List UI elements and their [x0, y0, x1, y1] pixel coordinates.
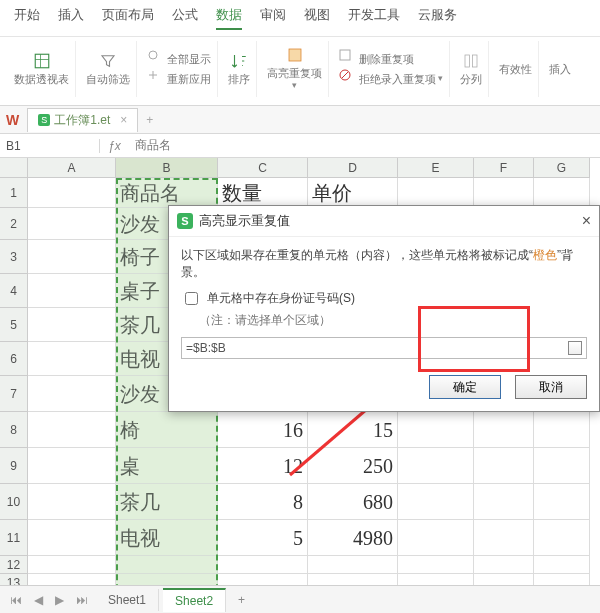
menu-review[interactable]: 审阅 [260, 6, 286, 30]
cell[interactable] [28, 376, 116, 412]
cell[interactable] [534, 178, 590, 208]
row-header[interactable]: 10 [0, 484, 28, 520]
row-header[interactable]: 5 [0, 308, 28, 342]
col-header-E[interactable]: E [398, 158, 474, 178]
row-header[interactable]: 6 [0, 342, 28, 376]
ins-button[interactable]: 插入 [543, 41, 577, 97]
cell[interactable] [398, 448, 474, 484]
sheet-nav-first[interactable]: ⏮ [6, 593, 26, 607]
sheet-nav-prev[interactable]: ◀ [30, 593, 47, 607]
cell[interactable] [28, 484, 116, 520]
row-header[interactable]: 12 [0, 556, 28, 574]
autofilter-button[interactable]: 自动筛选 [80, 41, 137, 97]
sheet-nav-last[interactable]: ⏭ [72, 593, 92, 607]
split-button[interactable]: 分列 [454, 41, 489, 97]
cell[interactable] [28, 556, 116, 574]
close-tab-icon[interactable]: × [120, 113, 127, 127]
cell[interactable]: 商品名 [116, 178, 218, 208]
reapply-button[interactable]: 重新应用 [147, 69, 211, 89]
highlight-dup-button[interactable]: 高亮重复项▾ [261, 41, 329, 97]
cell[interactable] [28, 412, 116, 448]
cell[interactable] [398, 178, 474, 208]
row-header[interactable]: 9 [0, 448, 28, 484]
menu-start[interactable]: 开始 [14, 6, 40, 30]
cell[interactable]: 桌 [116, 448, 218, 484]
sort-button[interactable]: 排序 [222, 41, 257, 97]
ok-button[interactable]: 确定 [429, 375, 501, 399]
cell[interactable]: 16 [218, 412, 308, 448]
cell[interactable]: 5 [218, 520, 308, 556]
cell[interactable] [28, 240, 116, 274]
cell[interactable] [398, 412, 474, 448]
menu-layout[interactable]: 页面布局 [102, 6, 154, 30]
menu-cloud[interactable]: 云服务 [418, 6, 457, 30]
cell[interactable]: 电视 [116, 520, 218, 556]
row-header[interactable]: 3 [0, 240, 28, 274]
menu-dev[interactable]: 开发工具 [348, 6, 400, 30]
cell[interactable] [474, 448, 534, 484]
cell[interactable]: 680 [308, 484, 398, 520]
pivot-button[interactable]: 数据透视表 [8, 41, 76, 97]
cell[interactable]: 12 [218, 448, 308, 484]
row-header[interactable]: 8 [0, 412, 28, 448]
cell[interactable]: 4980 [308, 520, 398, 556]
col-header-F[interactable]: F [474, 158, 534, 178]
sheet-nav-next[interactable]: ▶ [51, 593, 68, 607]
cell[interactable] [28, 274, 116, 308]
cell[interactable] [474, 484, 534, 520]
cell[interactable]: 15 [308, 412, 398, 448]
menu-data[interactable]: 数据 [216, 6, 242, 30]
cell[interactable] [534, 484, 590, 520]
cell[interactable] [534, 412, 590, 448]
cancel-button[interactable]: 取消 [515, 375, 587, 399]
row-header[interactable]: 2 [0, 208, 28, 240]
col-header-D[interactable]: D [308, 158, 398, 178]
row-header[interactable]: 1 [0, 178, 28, 208]
row-header[interactable]: 11 [0, 520, 28, 556]
menu-insert[interactable]: 插入 [58, 6, 84, 30]
dialog-titlebar[interactable]: S 高亮显示重复值 × [169, 206, 599, 237]
cell[interactable] [398, 520, 474, 556]
range-picker-icon[interactable] [568, 341, 582, 355]
cell[interactable] [28, 448, 116, 484]
fx-icon[interactable]: ƒx [100, 139, 129, 153]
workbook-tab[interactable]: S 工作簿1.et × [27, 108, 138, 132]
reject-dup-button[interactable]: 拒绝录入重复项▾ [339, 69, 443, 89]
col-header-C[interactable]: C [218, 158, 308, 178]
cell[interactable]: 椅 [116, 412, 218, 448]
cell[interactable] [308, 556, 398, 574]
cell[interactable] [28, 178, 116, 208]
add-workbook-button[interactable]: + [146, 113, 153, 127]
cell[interactable] [116, 556, 218, 574]
cell[interactable] [534, 448, 590, 484]
cell[interactable]: 250 [308, 448, 398, 484]
cell[interactable] [398, 556, 474, 574]
cell[interactable]: 数量 [218, 178, 308, 208]
cell[interactable]: 茶几 [116, 484, 218, 520]
cell[interactable]: 8 [218, 484, 308, 520]
cell[interactable] [474, 412, 534, 448]
remove-dup-button[interactable]: 删除重复项 [339, 49, 414, 69]
cell[interactable] [534, 520, 590, 556]
cell[interactable]: 单价 [308, 178, 398, 208]
col-header-G[interactable]: G [534, 158, 590, 178]
col-header-B[interactable]: B [116, 158, 218, 178]
range-input[interactable]: =$B:$B [181, 337, 587, 359]
cell[interactable] [218, 556, 308, 574]
menu-view[interactable]: 视图 [304, 6, 330, 30]
cell[interactable] [534, 556, 590, 574]
id-card-checkbox[interactable] [185, 292, 198, 305]
cell[interactable] [474, 520, 534, 556]
formula-value[interactable]: 商品名 [129, 137, 177, 154]
select-all-corner[interactable] [0, 158, 28, 178]
row-header[interactable]: 4 [0, 274, 28, 308]
row-header[interactable]: 7 [0, 376, 28, 412]
cell[interactable] [28, 520, 116, 556]
cell[interactable] [28, 308, 116, 342]
id-card-checkbox-row[interactable]: 单元格中存在身份证号码(S) [181, 289, 587, 308]
cell[interactable] [474, 556, 534, 574]
add-sheet-button[interactable]: + [230, 593, 253, 607]
close-icon[interactable]: × [582, 212, 591, 230]
col-header-A[interactable]: A [28, 158, 116, 178]
menu-formula[interactable]: 公式 [172, 6, 198, 30]
